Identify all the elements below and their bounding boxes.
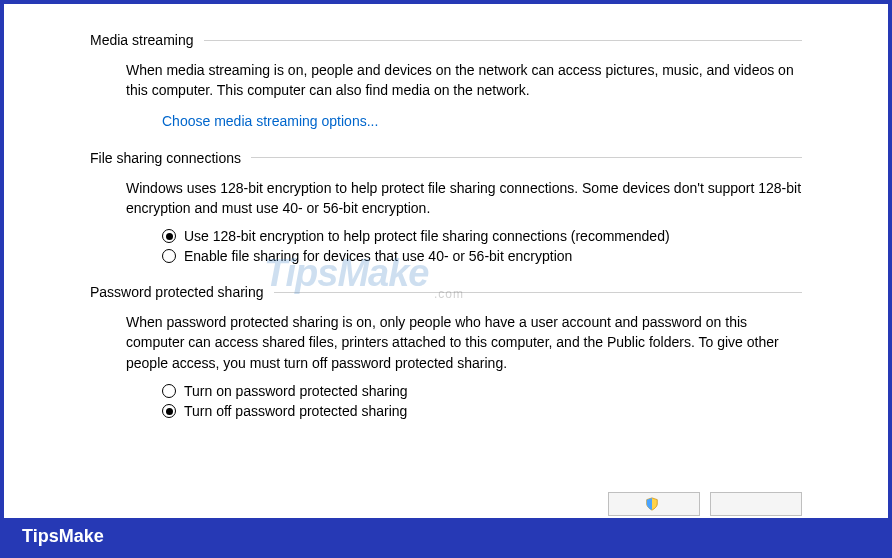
radio-label-128bit[interactable]: Use 128-bit encryption to help protect f… bbox=[184, 228, 670, 244]
section-file-sharing: File sharing connections Windows uses 12… bbox=[90, 150, 802, 265]
save-changes-button[interactable] bbox=[608, 492, 700, 516]
section-password-sharing: Password protected sharing When password… bbox=[90, 284, 802, 419]
radio-label-password-on[interactable]: Turn on password protected sharing bbox=[184, 383, 408, 399]
radio-label-password-off[interactable]: Turn off password protected sharing bbox=[184, 403, 407, 419]
settings-panel: TipsMake .com Media streaming When media… bbox=[4, 4, 888, 492]
section-title-password: Password protected sharing bbox=[90, 284, 274, 300]
footer-bar: TipsMake bbox=[4, 518, 888, 554]
shield-icon bbox=[645, 497, 659, 511]
footer-brand: TipsMake bbox=[22, 526, 104, 547]
section-media-streaming: Media streaming When media streaming is … bbox=[90, 32, 802, 130]
filesharing-description: Windows uses 128-bit encryption to help … bbox=[126, 178, 802, 219]
choose-media-streaming-link[interactable]: Choose media streaming options... bbox=[162, 113, 378, 129]
radio-40-56bit-encryption[interactable] bbox=[162, 249, 176, 263]
radio-password-off[interactable] bbox=[162, 404, 176, 418]
divider bbox=[204, 40, 803, 41]
divider bbox=[274, 292, 802, 293]
section-title-media: Media streaming bbox=[90, 32, 204, 48]
radio-128bit-encryption[interactable] bbox=[162, 229, 176, 243]
media-description: When media streaming is on, people and d… bbox=[126, 60, 802, 101]
radio-label-4056bit[interactable]: Enable file sharing for devices that use… bbox=[184, 248, 572, 264]
button-row bbox=[4, 492, 888, 518]
divider bbox=[251, 157, 802, 158]
radio-password-on[interactable] bbox=[162, 384, 176, 398]
cancel-button[interactable] bbox=[710, 492, 802, 516]
password-description: When password protected sharing is on, o… bbox=[126, 312, 802, 373]
section-title-filesharing: File sharing connections bbox=[90, 150, 251, 166]
